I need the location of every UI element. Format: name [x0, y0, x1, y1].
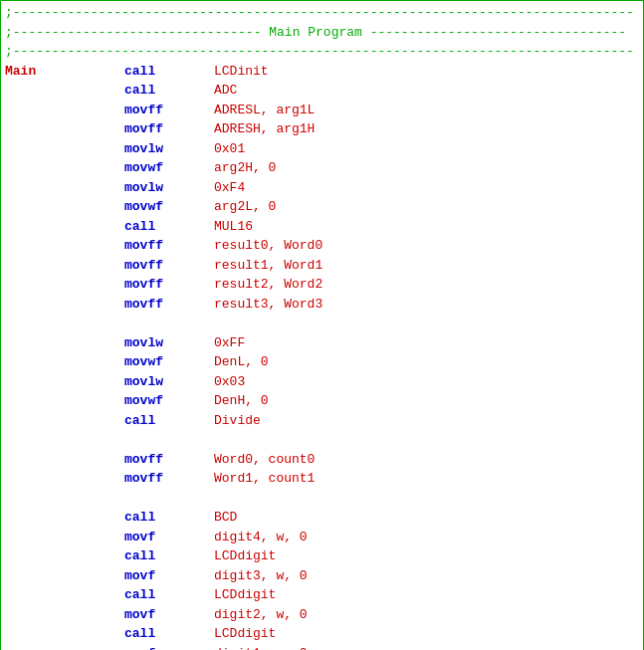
code-label: Main [5, 62, 124, 82]
code-line: callBCD [1, 508, 643, 528]
code-opcode: movwf [124, 352, 214, 372]
code-line: movlw0x03 [1, 372, 643, 392]
code-args: digit3, w, 0 [214, 566, 308, 586]
code-opcode: call [124, 508, 214, 528]
code-opcode: movff [124, 469, 214, 489]
code-line: movffADRESL, arg1L [1, 101, 643, 120]
code-opcode: movlw [124, 139, 214, 159]
empty-line [1, 430, 643, 450]
code-line: MaincallLCDinit [1, 62, 643, 82]
code-label [5, 158, 124, 178]
code-opcode: movf [124, 644, 214, 651]
code-label [5, 372, 124, 392]
code-label [5, 256, 124, 276]
code-opcode: movff [124, 256, 214, 276]
code-line: movwfDenL, 0 [1, 352, 643, 372]
code-label [5, 546, 124, 566]
code-label [5, 333, 124, 353]
code-line: callLCDdigit [1, 585, 643, 605]
code-label [5, 644, 124, 651]
empty-line [1, 489, 643, 509]
code-opcode: movwf [124, 197, 214, 217]
code-args: result3, Word3 [214, 295, 322, 315]
code-line: movlw0x01 [1, 139, 643, 159]
code-opcode: movff [124, 295, 214, 315]
code-line: movfdigit2, w, 0 [1, 605, 643, 625]
code-args: Divide [214, 411, 261, 431]
code-opcode: movlw [124, 178, 214, 198]
code-args: LCDdigit [214, 585, 276, 605]
code-opcode: call [124, 62, 214, 82]
code-args: BCD [214, 508, 237, 528]
code-args: result0, Word0 [214, 236, 322, 256]
code-args: DenL, 0 [214, 352, 269, 372]
code-opcode: movwf [124, 391, 214, 411]
code-label [5, 197, 124, 217]
code-label [5, 528, 124, 547]
code-opcode: movff [124, 119, 214, 139]
code-label [5, 566, 124, 586]
code-args: LCDdigit [214, 546, 276, 566]
code-opcode: call [124, 585, 214, 605]
code-args: Word0, count0 [214, 450, 315, 470]
code-opcode: call [124, 81, 214, 101]
code-args: arg2H, 0 [214, 158, 276, 178]
code-line: movfdigit4, w, 0 [1, 528, 643, 547]
code-args: ADRESL, arg1L [214, 101, 315, 120]
code-line: movlw0xF4 [1, 178, 643, 198]
code-label [5, 295, 124, 315]
header-comment: ;-------------------------------- Main P… [1, 23, 643, 43]
code-label [5, 352, 124, 372]
code-line: movwfarg2L, 0 [1, 197, 643, 217]
code-label [5, 508, 124, 528]
code-label [5, 585, 124, 605]
code-args: ADRESH, arg1H [214, 119, 315, 139]
code-args: arg2L, 0 [214, 197, 276, 217]
code-opcode: call [124, 411, 214, 431]
code-args: 0x03 [214, 372, 245, 392]
code-args: MUL16 [214, 217, 253, 237]
code-opcode: movf [124, 605, 214, 625]
code-label [5, 119, 124, 139]
empty-line [1, 314, 643, 333]
code-opcode: movwf [124, 158, 214, 178]
code-args: 0xFF [214, 333, 245, 353]
code-label [5, 217, 124, 237]
code-line: callADC [1, 81, 643, 101]
code-line: movlw0xFF [1, 333, 643, 353]
code-label [5, 101, 124, 120]
code-opcode: movff [124, 450, 214, 470]
code-opcode: movff [124, 236, 214, 256]
code-line: movfdigit1, w, 0 [1, 644, 643, 651]
code-line: movffresult3, Word3 [1, 295, 643, 315]
code-args: result1, Word1 [214, 256, 322, 276]
code-label [5, 275, 124, 295]
code-args: ADC [214, 81, 237, 101]
code-args: digit2, w, 0 [214, 605, 308, 625]
code-label [5, 81, 124, 101]
code-line: callLCDdigit [1, 546, 643, 566]
code-args: DenH, 0 [214, 391, 269, 411]
code-args: digit4, w, 0 [214, 528, 308, 547]
code-line: movffWord0, count0 [1, 450, 643, 470]
code-args: LCDdigit [214, 624, 276, 644]
code-label [5, 139, 124, 159]
code-args: digit1, w, 0 [214, 644, 308, 651]
code-opcode: movlw [124, 333, 214, 353]
border-top-comment: ;---------------------------------------… [1, 3, 643, 23]
code-line: movfdigit3, w, 0 [1, 566, 643, 586]
code-args: Word1, count1 [214, 469, 315, 489]
code-line: callDivide [1, 411, 643, 431]
code-label [5, 391, 124, 411]
code-opcode: movff [124, 275, 214, 295]
code-line: movwfDenH, 0 [1, 391, 643, 411]
code-opcode: movf [124, 566, 214, 586]
code-opcode: movlw [124, 372, 214, 392]
code-label [5, 605, 124, 625]
code-opcode: call [124, 546, 214, 566]
code-line: movffresult1, Word1 [1, 256, 643, 276]
code-line: callLCDdigit [1, 624, 643, 644]
code-line: callMUL16 [1, 217, 643, 237]
code-opcode: movf [124, 528, 214, 547]
code-container: ;---------------------------------------… [0, 0, 644, 650]
